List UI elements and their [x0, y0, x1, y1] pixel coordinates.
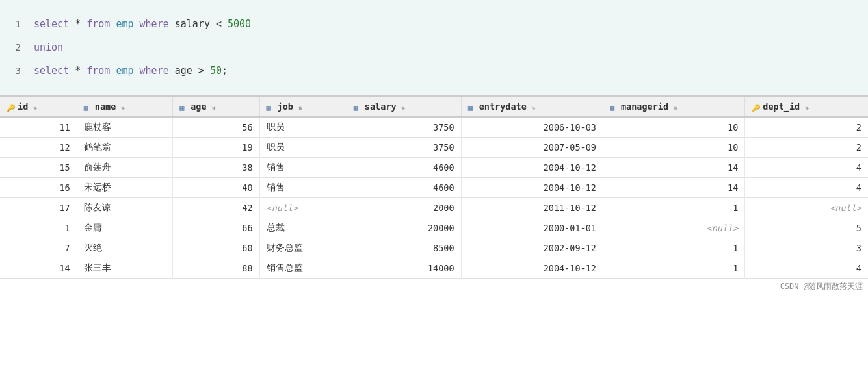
cell-entrydate: 2004-10-12	[461, 178, 603, 198]
table-row: 16宋远桥40销售46002004-10-12144	[0, 178, 868, 198]
col-label: age	[191, 101, 206, 112]
cell-id: 7	[0, 238, 77, 258]
cell-managerid: 10	[603, 117, 744, 138]
cell-age: 40	[173, 178, 259, 198]
cell-job: 职员	[259, 138, 347, 158]
null-value: <null>	[267, 203, 298, 213]
sort-icon[interactable]: ⇅	[117, 104, 125, 111]
key-icon	[7, 102, 16, 111]
col-icon	[267, 102, 276, 111]
cell-salary: 4600	[347, 178, 461, 198]
code-block: 1select * from emp where salary < 50002u…	[0, 0, 868, 95]
cell-salary: 14000	[347, 258, 461, 279]
cell-entrydate: 2007-05-09	[461, 138, 603, 158]
col-label: dept_id	[763, 101, 800, 112]
result-table: id ⇅name ⇅age ⇅job ⇅salary ⇅entrydate ⇅m…	[0, 95, 868, 279]
cell-job: 财务总监	[259, 238, 347, 258]
col-header-managerid[interactable]: managerid ⇅	[603, 96, 744, 117]
code-line: 2union	[13, 38, 855, 57]
cell-managerid: 1	[603, 198, 744, 218]
cell-salary: 3750	[347, 117, 461, 138]
cell-age: 88	[173, 258, 259, 279]
code-line: 1select * from emp where salary < 5000	[13, 14, 855, 34]
cell-id: 17	[0, 198, 77, 218]
col-icon	[468, 102, 477, 111]
cell-dept_id: 3	[745, 238, 868, 258]
cell-salary: 2000	[347, 198, 461, 218]
cell-id: 16	[0, 178, 77, 198]
cell-id: 15	[0, 158, 77, 178]
col-label: id	[18, 101, 28, 112]
cell-job: 销售总监	[259, 258, 347, 279]
col-header-salary[interactable]: salary ⇅	[347, 96, 461, 117]
table-row: 14张三丰88销售总监140002004-10-1214	[0, 258, 868, 279]
col-label: managerid	[621, 101, 668, 112]
line-number: 3	[13, 62, 34, 80]
sort-icon[interactable]: ⇅	[670, 104, 677, 111]
sort-icon[interactable]: ⇅	[295, 104, 302, 111]
sort-icon[interactable]: ⇅	[208, 104, 216, 111]
cell-managerid: 14	[603, 178, 744, 198]
cell-dept_id: 4	[745, 258, 868, 279]
col-header-name[interactable]: name ⇅	[77, 96, 172, 117]
cell-name: 张三丰	[77, 258, 172, 279]
null-value: <null>	[707, 223, 739, 233]
cell-name: 鹿杖客	[77, 117, 172, 138]
col-icon	[610, 102, 619, 111]
sort-icon[interactable]: ⇅	[29, 104, 37, 111]
cell-entrydate: 2006-10-03	[461, 117, 603, 138]
col-header-id[interactable]: id ⇅	[0, 96, 77, 117]
col-label: salary	[365, 101, 397, 112]
line-number: 1	[13, 15, 34, 33]
line-number: 2	[13, 38, 34, 56]
cell-entrydate: 2000-01-01	[461, 218, 603, 238]
table-row: 15俞莲舟38销售46002004-10-12144	[0, 158, 868, 178]
cell-id: 1	[0, 218, 77, 238]
cell-age: 60	[173, 238, 259, 258]
cell-managerid: 14	[603, 158, 744, 178]
code-text: select * from emp where salary < 5000	[34, 14, 251, 34]
cell-name: 灭绝	[77, 238, 172, 258]
cell-entrydate: 2011-10-12	[461, 198, 603, 218]
table-row: 12鹤笔翁19职员37502007-05-09102	[0, 138, 868, 158]
cell-age: 66	[173, 218, 259, 238]
result-table-wrap: id ⇅name ⇅age ⇅job ⇅salary ⇅entrydate ⇅m…	[0, 95, 868, 279]
table-row: 11鹿杖客56职员37502006-10-03102	[0, 117, 868, 138]
cell-id: 12	[0, 138, 77, 158]
col-header-dept_id[interactable]: dept_id ⇅	[745, 96, 868, 117]
cell-managerid: 10	[603, 138, 744, 158]
col-header-age[interactable]: age ⇅	[173, 96, 259, 117]
cell-age: 19	[173, 138, 259, 158]
cell-id: 11	[0, 117, 77, 138]
table-row: 1金庸66总裁200002000-01-01<null>5	[0, 218, 868, 238]
col-icon	[354, 102, 363, 111]
cell-managerid: <null>	[603, 218, 744, 238]
cell-age: 38	[173, 158, 259, 178]
sort-icon[interactable]: ⇅	[801, 104, 809, 111]
sort-icon[interactable]: ⇅	[528, 104, 536, 111]
cell-managerid: 1	[603, 258, 744, 279]
cell-salary: 4600	[347, 158, 461, 178]
cell-age: 42	[173, 198, 259, 218]
watermark: CSDN @随风雨散落天涯	[0, 279, 868, 295]
cell-dept_id: <null>	[745, 198, 868, 218]
col-header-entrydate[interactable]: entrydate ⇅	[461, 96, 603, 117]
cell-dept_id: 2	[745, 138, 868, 158]
cell-entrydate: 2002-09-12	[461, 238, 603, 258]
cell-age: 56	[173, 117, 259, 138]
cell-managerid: 1	[603, 238, 744, 258]
cell-entrydate: 2004-10-12	[461, 258, 603, 279]
cell-job: 总裁	[259, 218, 347, 238]
col-header-job[interactable]: job ⇅	[259, 96, 347, 117]
sort-icon[interactable]: ⇅	[398, 104, 406, 111]
cell-name: 金庸	[77, 218, 172, 238]
key-icon	[752, 102, 761, 111]
cell-job: 销售	[259, 178, 347, 198]
table-row: 17陈友谅42<null>20002011-10-121<null>	[0, 198, 868, 218]
cell-dept_id: 2	[745, 117, 868, 138]
cell-name: 陈友谅	[77, 198, 172, 218]
cell-name: 宋远桥	[77, 178, 172, 198]
cell-job: 销售	[259, 158, 347, 178]
code-text: union	[34, 38, 63, 57]
col-icon	[84, 102, 93, 111]
